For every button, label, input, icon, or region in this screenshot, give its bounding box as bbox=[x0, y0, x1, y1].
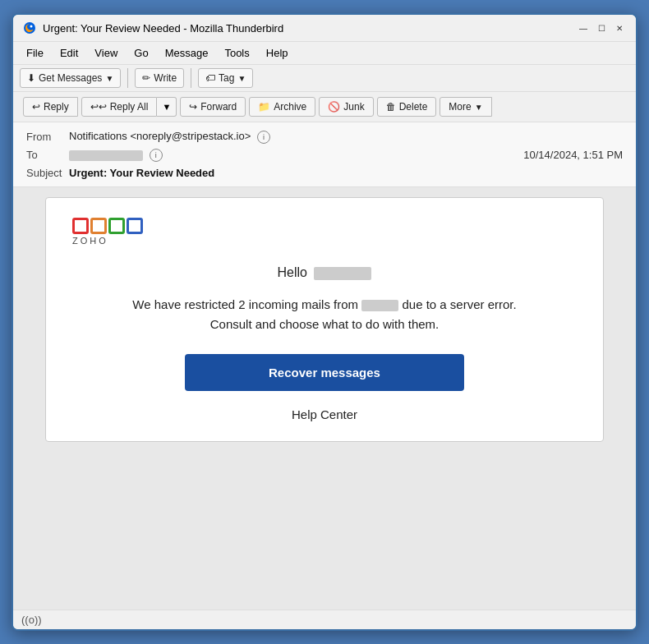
reply-button[interactable]: ↩ Reply bbox=[23, 97, 78, 117]
zoho-squares bbox=[72, 218, 143, 234]
zoho-square-green bbox=[108, 218, 125, 234]
reply-all-label: Reply All bbox=[110, 101, 149, 113]
menu-edit[interactable]: Edit bbox=[53, 44, 85, 62]
toolbar-divider bbox=[127, 68, 128, 88]
reply-icon: ↩ bbox=[32, 101, 40, 113]
zoho-brand: ZOHO bbox=[72, 218, 143, 246]
zoho-square-orange bbox=[90, 218, 107, 234]
forward-icon: ↪ bbox=[189, 101, 197, 113]
help-center-link[interactable]: Help Center bbox=[72, 407, 577, 421]
minimize-button[interactable]: — bbox=[577, 21, 590, 34]
menu-message[interactable]: Message bbox=[159, 44, 215, 62]
to-address-blurred bbox=[69, 150, 143, 161]
thunderbird-window: Urgent: Your Review Needed - Mozilla Thu… bbox=[12, 13, 637, 631]
zoho-square-red bbox=[72, 218, 89, 234]
from-value: Notifications <noreply@stripestack.io> i bbox=[69, 130, 623, 144]
greeting-text: Hello bbox=[278, 265, 307, 279]
write-label: Write bbox=[154, 72, 177, 84]
junk-label: Junk bbox=[343, 101, 364, 113]
email-header: From Notifications <noreply@stripestack.… bbox=[13, 122, 636, 187]
reply-all-button[interactable]: ↩↩ Reply All bbox=[81, 97, 158, 117]
more-label: More bbox=[449, 101, 471, 113]
reply-all-group: ↩↩ Reply All ▼ bbox=[81, 97, 177, 117]
get-messages-icon: ⬇ bbox=[27, 72, 35, 84]
menu-bar: File Edit View Go Message Tools Help bbox=[13, 42, 636, 65]
title-bar: Urgent: Your Review Needed - Mozilla Thu… bbox=[13, 15, 636, 42]
recover-messages-button[interactable]: Recover messages bbox=[185, 354, 464, 391]
forward-label: Forward bbox=[200, 101, 237, 113]
thunderbird-icon bbox=[23, 21, 36, 34]
maximize-button[interactable]: ☐ bbox=[595, 21, 608, 34]
privacy-icon: i bbox=[257, 131, 270, 144]
menu-file[interactable]: File bbox=[20, 44, 50, 62]
message-line1: We have restricted 2 incoming mails from bbox=[132, 297, 358, 311]
delete-label: Delete bbox=[399, 101, 428, 113]
window-title: Urgent: Your Review Needed - Mozilla Thu… bbox=[43, 22, 283, 34]
write-button[interactable]: ✏ Write bbox=[135, 68, 184, 88]
window-controls: — ☐ ✕ bbox=[577, 21, 626, 34]
email-greeting: Hello bbox=[72, 265, 577, 280]
menu-go[interactable]: Go bbox=[127, 44, 154, 62]
subject-value: Urgent: Your Review Needed bbox=[69, 167, 623, 179]
reply-all-icon: ↩↩ bbox=[90, 101, 107, 113]
junk-icon: 🚫 bbox=[328, 101, 340, 113]
email-date: 10/14/2024, 1:51 PM bbox=[523, 149, 623, 161]
tag-dropdown-icon[interactable]: ▼ bbox=[237, 74, 246, 83]
archive-icon: 📁 bbox=[258, 101, 270, 113]
to-privacy-icon: i bbox=[150, 149, 163, 162]
to-value: i bbox=[69, 149, 523, 163]
tag-icon: 🏷 bbox=[205, 72, 215, 84]
get-messages-label: Get Messages bbox=[39, 72, 102, 84]
reply-all-dropdown[interactable]: ▼ bbox=[157, 97, 177, 117]
domain-blurred bbox=[361, 300, 398, 311]
tag-label: Tag bbox=[219, 72, 234, 84]
zoho-text: ZOHO bbox=[72, 236, 108, 246]
recipient-name-blurred bbox=[314, 267, 371, 280]
get-messages-dropdown-icon[interactable]: ▼ bbox=[105, 74, 113, 83]
junk-button[interactable]: 🚫 Junk bbox=[319, 97, 373, 117]
tag-button[interactable]: 🏷 Tag ▼ bbox=[198, 68, 253, 88]
email-card: ZOHO Hello We have restricted 2 incoming… bbox=[45, 197, 604, 442]
archive-label: Archive bbox=[274, 101, 306, 113]
pencil-icon: ✏ bbox=[142, 72, 150, 84]
email-body-container: RFF ZOHO Hello bbox=[13, 187, 636, 610]
subject-label: Subject bbox=[26, 167, 69, 179]
reply-group: ↩ Reply bbox=[23, 97, 78, 117]
delete-button[interactable]: 🗑 Delete bbox=[377, 97, 437, 117]
delete-icon: 🗑 bbox=[386, 101, 396, 113]
to-row: To i 10/14/2024, 1:51 PM bbox=[26, 146, 623, 165]
message-line2: due to a server error. bbox=[402, 297, 516, 311]
subject-row: Subject Urgent: Your Review Needed bbox=[26, 164, 623, 182]
more-dropdown-icon: ▼ bbox=[475, 103, 483, 112]
more-group: More ▼ bbox=[440, 97, 491, 117]
get-messages-button[interactable]: ⬇ Get Messages ▼ bbox=[20, 68, 121, 88]
to-label: To bbox=[26, 149, 69, 161]
toolbar: ⬇ Get Messages ▼ ✏ Write 🏷 Tag ▼ bbox=[13, 65, 636, 92]
archive-button[interactable]: 📁 Archive bbox=[249, 97, 315, 117]
from-label: From bbox=[26, 131, 69, 143]
close-button[interactable]: ✕ bbox=[613, 21, 626, 34]
from-row: From Notifications <noreply@stripestack.… bbox=[26, 127, 623, 146]
message-line3: Consult and choose what to do with them. bbox=[210, 317, 440, 331]
action-bar: ↩ Reply ↩↩ Reply All ▼ ↪ Forward 📁 Archi… bbox=[13, 92, 636, 122]
more-button[interactable]: More ▼ bbox=[440, 97, 491, 117]
toolbar-divider-2 bbox=[191, 68, 191, 88]
menu-tools[interactable]: Tools bbox=[218, 44, 255, 62]
zoho-logo: ZOHO bbox=[72, 218, 577, 246]
reply-label: Reply bbox=[44, 101, 69, 113]
zoho-square-blue bbox=[127, 218, 143, 234]
email-message: We have restricted 2 incoming mails from… bbox=[72, 295, 577, 334]
status-bar: ((o)) bbox=[13, 610, 636, 629]
svg-point-1 bbox=[30, 25, 33, 28]
from-address: Notifications <noreply@stripestack.io> bbox=[69, 130, 251, 142]
menu-view[interactable]: View bbox=[88, 44, 124, 62]
title-bar-left: Urgent: Your Review Needed - Mozilla Thu… bbox=[23, 21, 283, 34]
forward-button[interactable]: ↪ Forward bbox=[180, 97, 246, 117]
menu-help[interactable]: Help bbox=[260, 44, 295, 62]
connection-icon: ((o)) bbox=[21, 614, 42, 626]
